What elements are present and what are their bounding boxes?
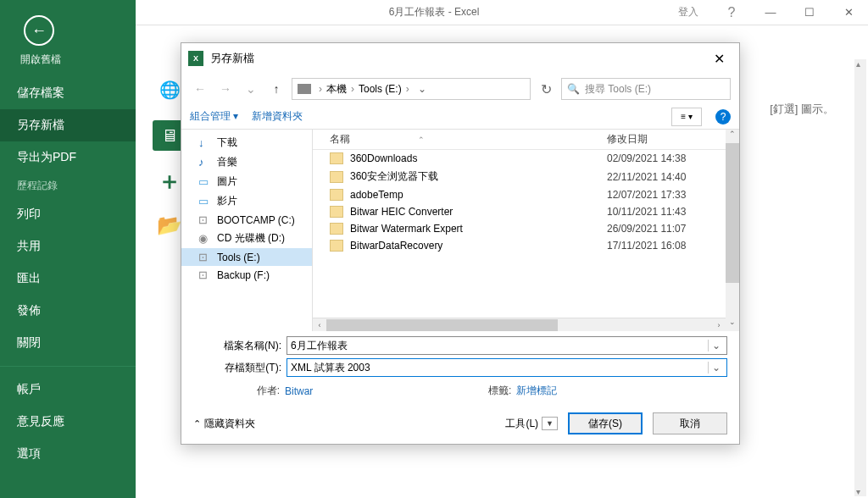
folder-icon [330,171,343,183]
organize-menu[interactable]: 組合管理 ▾ [190,109,238,124]
tree-item-label: 音樂 [217,155,237,169]
sidebar-item-history[interactable]: 歷程記錄 [0,174,136,198]
tree-item[interactable]: ⊡Backup (F:) [181,266,312,284]
folder-icon [330,152,343,164]
vscroll-thumb[interactable] [726,143,739,283]
login-link[interactable]: 登入 [678,5,698,19]
hide-folders-toggle[interactable]: 隱藏資料夾 [193,417,255,431]
file-row[interactable]: BitwarDataRecovery17/11/2021 16:08 [313,237,726,254]
sidebar-item-save[interactable]: 儲存檔案 [0,77,136,109]
tree-item-icon: ♪ [198,156,212,169]
filename-input[interactable]: 6月工作報表 ⌄ [287,336,727,355]
minimize-button[interactable]: — [751,0,790,25]
scroll-right-icon[interactable]: › [712,321,726,329]
nav-recent-dropdown[interactable]: ⌄ [241,79,261,99]
content-scrollbar[interactable] [854,59,866,496]
tools-label: 工具(L) [505,417,538,431]
file-row[interactable]: 360安全浏览器下载22/11/2021 14:40 [313,167,726,186]
sidebar-item-share[interactable]: 共用 [0,230,136,263]
dialog-nav-bar: ← → ⌄ ↑ › 本機 › Tools (E:) › ⌄ ↻ 🔍 搜尋 Too… [181,74,739,104]
back-button[interactable] [24,15,54,46]
cancel-button[interactable]: 取消 [653,412,727,434]
refresh-icon[interactable]: ↻ [536,81,556,97]
file-row[interactable]: adobeTemp12/07/2021 17:33 [313,186,726,203]
meta-row: 作者: Bitwar 標籤: 新增標記 [193,384,727,398]
filetype-label: 存檔類型(T): [193,361,287,375]
close-button[interactable]: ✕ [829,0,868,25]
breadcrumb-dropdown-icon[interactable]: ⌄ [414,83,431,95]
tree-item[interactable]: ♪音樂 [181,152,312,172]
tree-item[interactable]: ⊡Tools (E:) [181,248,312,266]
author-value[interactable]: Bitwar [285,385,313,397]
search-placeholder: 搜尋 Tools (E:) [585,82,651,97]
file-row[interactable]: Bitwar HEIC Converter10/11/2021 11:43 [313,203,726,220]
tools-menu[interactable]: 工具(L) ▼ [505,417,558,431]
view-options-button[interactable]: ≡ ▾ [671,108,702,126]
search-box[interactable]: 🔍 搜尋 Tools (E:) [561,78,731,100]
tree-item-icon: ◉ [198,232,212,245]
new-folder-button[interactable]: 新增資料夾 [252,109,303,124]
tree-item[interactable]: ⊡BOOTCAMP (C:) [181,211,312,229]
file-hscrollbar[interactable]: ‹ › [313,318,726,331]
globe-icon[interactable]: 🌐 [156,76,183,103]
breadcrumb-drive[interactable]: Tools (E:) [359,83,402,95]
sidebar-item-print[interactable]: 列印 [0,198,136,230]
filename-row: 檔案名稱(N): 6月工作報表 ⌄ [193,336,727,355]
save-button[interactable]: 儲存(S) [568,412,643,434]
sort-indicator-icon: ⌃ [418,136,425,144]
sidebar-title: 開啟舊檔 [20,53,136,67]
folder-tree[interactable]: ↓下載♪音樂▭圖片▭影片⊡BOOTCAMP (C:)◉CD 光碟機 (D:)⊡T… [181,130,313,331]
tools-dropdown-icon[interactable]: ▼ [542,417,558,430]
sidebar-item-close[interactable]: 關閉 [0,327,136,359]
file-row[interactable]: Bitwar Watermark Expert26/09/2021 11:07 [313,220,726,237]
column-date[interactable]: 修改日期 [607,132,726,147]
hscroll-thumb[interactable] [326,319,558,331]
sidebar-item-publish[interactable]: 發佈 [0,295,136,327]
nav-up-icon[interactable]: ↑ [266,79,287,99]
breadcrumb-root[interactable]: 本機 [326,82,347,97]
sidebar-item-feedback[interactable]: 意見反應 [0,406,136,438]
backstage-sidebar: 開啟舊檔 儲存檔案 另存新檔 导出为PDF 歷程記錄 列印 共用 匯出 發佈 關… [0,0,136,498]
file-date: 22/11/2021 14:40 [607,171,726,183]
author-label: 作者: [234,384,285,398]
dialog-title-bar: X 另存新檔 ✕ [181,43,739,74]
nav-forward-icon[interactable]: → [215,79,236,99]
sidebar-item-exportpdf[interactable]: 导出为PDF [0,141,136,174]
file-name: Bitwar Watermark Expert [350,223,607,235]
breadcrumb[interactable]: › 本機 › Tools (E:) › ⌄ [292,78,531,100]
sidebar-item-saveas[interactable]: 另存新檔 [0,109,136,141]
tree-item-label: BOOTCAMP (C:) [217,214,295,226]
scroll-left-icon[interactable]: ‹ [313,321,326,329]
sidebar-item-export[interactable]: 匯出 [0,263,136,295]
tree-item[interactable]: ▭圖片 [181,172,312,191]
dialog-close-button[interactable]: ✕ [705,51,732,67]
filetype-dropdown-icon[interactable]: ⌄ [708,362,723,374]
tree-item[interactable]: ↓下載 [181,133,312,152]
filetype-select[interactable]: XML 試算表 2003 ⌄ [287,358,727,377]
dialog-body: ↓下載♪音樂▭圖片▭影片⊡BOOTCAMP (C:)◉CD 光碟機 (D:)⊡T… [181,130,739,331]
file-date: 10/11/2021 11:43 [607,206,726,218]
file-area: 名稱 ⌃ 修改日期 360Downloads02/09/2021 14:3836… [313,130,739,331]
sidebar-item-options[interactable]: 選項 [0,438,136,470]
dialog-footer: 隱藏資料夾 工具(L) ▼ 儲存(S) 取消 [181,403,739,444]
tree-item[interactable]: ▭影片 [181,191,312,211]
scroll-down-icon[interactable]: ⌄ [726,318,739,331]
filetype-row: 存檔類型(T): XML 試算表 2003 ⌄ [193,358,727,377]
tags-value[interactable]: 新增標記 [516,384,557,398]
file-row[interactable]: 360Downloads02/09/2021 14:38 [313,150,726,167]
scroll-up-icon[interactable]: ⌃ [726,130,739,143]
tree-item[interactable]: ◉CD 光碟機 (D:) [181,229,312,248]
filename-dropdown-icon[interactable]: ⌄ [708,340,723,351]
nav-back-icon[interactable]: ← [190,79,210,99]
file-vscrollbar[interactable]: ⌃ ⌄ [726,130,739,331]
help-button[interactable]: ? [712,0,751,25]
maximize-button[interactable]: ☐ [790,0,829,25]
file-list-header[interactable]: 名稱 ⌃ 修改日期 [313,130,726,150]
browse-folder-icon[interactable]: 📂 [156,212,183,239]
sidebar-item-account[interactable]: 帳戶 [0,374,136,406]
add-place-icon[interactable]: ＋ [156,168,183,195]
column-name[interactable]: 名稱 [330,132,350,147]
save-as-dialog: X 另存新檔 ✕ ← → ⌄ ↑ › 本機 › Tools (E:) › ⌄ ↻… [181,42,740,445]
file-list[interactable]: 360Downloads02/09/2021 14:38360安全浏览器下载22… [313,150,726,318]
dialog-help-icon[interactable]: ? [715,109,731,125]
